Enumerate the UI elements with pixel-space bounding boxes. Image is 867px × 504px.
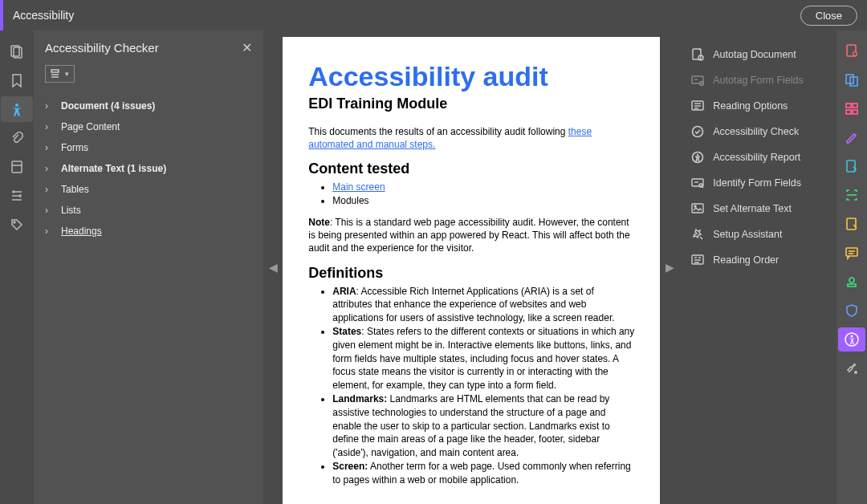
tags-icon[interactable]	[1, 212, 33, 238]
svg-rect-40	[853, 110, 857, 114]
header-bar: Accessibility Close	[0, 0, 867, 30]
close-button[interactable]: Close	[800, 6, 857, 26]
tree-item[interactable]: ›Forms	[34, 137, 263, 158]
heading-content-tested: Content tested	[308, 161, 634, 177]
tool-identify[interactable]: Identify Form Fields	[687, 170, 828, 196]
tool-autotag-doc[interactable]: Autotag Document	[687, 42, 828, 67]
tree-item-label: Tables	[61, 184, 89, 195]
tool-check[interactable]: Accessibility Check	[687, 119, 828, 144]
check-icon	[690, 124, 705, 139]
chevron-right-icon: ›	[45, 205, 53, 216]
tool-label: Autotag Document	[713, 49, 796, 60]
panel-options-button[interactable]: ▾	[45, 65, 75, 83]
tree-item-label: Lists	[61, 205, 81, 216]
svg-line-27	[700, 237, 702, 239]
tool-label: Autotag Form Fields	[713, 75, 804, 86]
alt-text-icon	[690, 201, 705, 216]
panel-close-icon[interactable]: ✕	[242, 40, 252, 55]
modules-item: Modules	[332, 194, 634, 208]
accessibility-checker-panel: Accessibility Checker ✕ ▾ ›Document (4 i…	[34, 30, 263, 504]
doc-intro: This documents the results of an accessi…	[308, 125, 634, 151]
autotag-doc-icon	[690, 47, 705, 62]
stamp-icon[interactable]	[838, 270, 865, 294]
tool-label: Identify Form Fields	[713, 177, 801, 189]
report-icon	[690, 150, 705, 165]
svg-rect-6	[51, 70, 59, 72]
svg-point-26	[694, 205, 696, 207]
svg-rect-44	[846, 248, 857, 256]
more-tools-icon[interactable]	[838, 356, 865, 380]
svg-point-20	[697, 154, 698, 156]
tree-item[interactable]: ›Alternate Text (1 issue)	[34, 158, 263, 179]
tool-label: Accessibility Check	[713, 126, 799, 137]
tool-label: Accessibility Report	[713, 152, 800, 163]
tool-reading-options[interactable]: Reading Options	[687, 93, 828, 119]
reading-options-icon	[690, 99, 705, 113]
tool-label: Setup Assistant	[713, 229, 782, 240]
chevron-right-icon: ›	[45, 226, 53, 237]
tree-item[interactable]: ›Document (4 issues)	[34, 96, 263, 116]
doc-title: Accessibility audit	[308, 61, 634, 92]
svg-rect-38	[853, 104, 857, 108]
svg-rect-9	[693, 49, 701, 59]
order-icon	[690, 253, 705, 267]
def-aria: ARIA: Accessible Rich Internet Applicati…	[332, 285, 634, 325]
left-tool-rail	[0, 30, 34, 504]
main-screen-link[interactable]: Main screen	[332, 181, 385, 193]
svg-rect-41	[847, 161, 855, 172]
tree-item-label: Document (4 issues)	[61, 100, 155, 112]
pages-icon[interactable]	[1, 39, 33, 64]
tool-autotag-form: Autotag Form Fields	[687, 67, 828, 93]
tool-label: Set Alternate Text	[713, 203, 792, 214]
tree-item-label: Forms	[61, 142, 88, 153]
tool-assistant[interactable]: Setup Assistant	[687, 222, 828, 247]
tool-order[interactable]: Reading Order	[687, 247, 828, 273]
accessibility-tools-panel: Autotag DocumentAutotag Form FieldsReadi…	[679, 30, 836, 504]
tree-item[interactable]: ›Page Content	[34, 116, 263, 137]
tree-item-label: Page Content	[61, 121, 120, 132]
svg-point-50	[850, 335, 853, 338]
svg-rect-39	[846, 110, 851, 114]
page-next-button[interactable]: ▶	[660, 30, 679, 504]
layers-icon[interactable]	[1, 154, 33, 180]
tree-item[interactable]: ›Headings	[34, 221, 263, 242]
create-pdf-icon[interactable]	[838, 39, 865, 63]
assistant-icon	[690, 227, 705, 242]
autotag-form-icon	[690, 73, 705, 87]
chevron-right-icon: ›	[45, 100, 53, 112]
svg-rect-25	[692, 204, 703, 213]
issues-tree: ›Document (4 issues)›Page Content›Forms›…	[34, 91, 263, 246]
svg-line-24	[702, 187, 704, 189]
scan-icon[interactable]	[838, 183, 865, 207]
page-prev-button[interactable]: ◀	[263, 30, 283, 504]
bookmark-icon[interactable]	[1, 67, 33, 93]
protect-icon[interactable]	[838, 212, 865, 236]
accessibility-tree-icon[interactable]	[1, 96, 33, 122]
identify-icon	[690, 176, 705, 190]
def-states: States: States refers to the different c…	[332, 325, 634, 392]
tree-item[interactable]: ›Tables	[34, 179, 263, 200]
panel-title: Accessibility Checker	[45, 41, 159, 55]
tree-item-label: Alternate Text (1 issue)	[61, 163, 166, 174]
chevron-down-icon: ▾	[65, 70, 69, 78]
chevron-right-icon: ›	[45, 184, 53, 195]
export-icon[interactable]	[838, 154, 865, 178]
svg-point-51	[854, 371, 857, 374]
tool-report[interactable]: Accessibility Report	[687, 144, 828, 170]
pdf-page: Accessibility audit EDI Training Module …	[283, 37, 660, 504]
svg-point-2	[15, 104, 18, 107]
svg-rect-3	[12, 161, 22, 173]
tool-alt-text[interactable]: Set Alternate Text	[687, 196, 828, 222]
order-icon[interactable]	[1, 183, 33, 209]
attachment-icon[interactable]	[1, 125, 33, 151]
accessibility-icon[interactable]	[838, 327, 865, 352]
note-paragraph: Note: This is a standard web page access…	[308, 216, 634, 255]
comment-icon[interactable]	[838, 241, 865, 265]
combine-icon[interactable]	[838, 67, 865, 91]
shield-icon[interactable]	[838, 299, 865, 323]
edit-icon[interactable]	[838, 125, 865, 149]
chevron-right-icon: ›	[45, 163, 53, 174]
organize-icon[interactable]	[838, 96, 865, 120]
tree-item[interactable]: ›Lists	[34, 200, 263, 221]
doc-subtitle: EDI Training Module	[308, 96, 634, 112]
